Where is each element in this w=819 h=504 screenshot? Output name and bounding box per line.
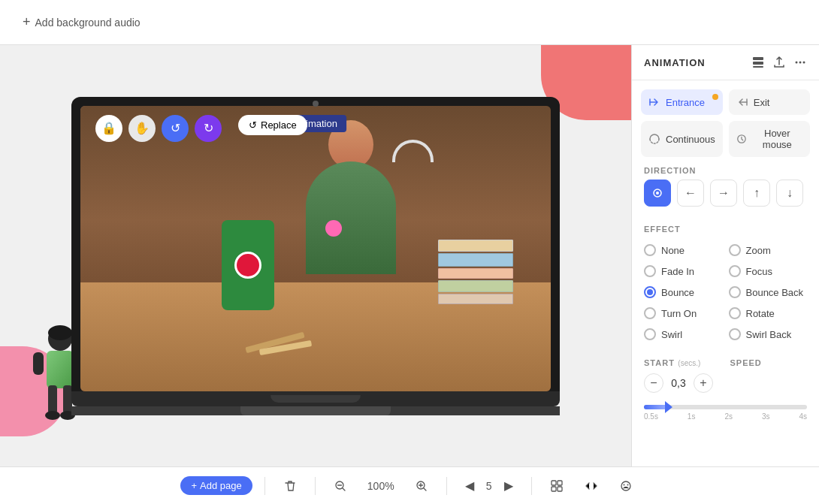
- laptop-screen[interactable]: Animation 🔒 ✋ ↺ ↻ ↺ Replace: [80, 106, 551, 391]
- start-value: 0,3: [668, 377, 689, 389]
- animation-button[interactable]: ↻: [195, 115, 222, 142]
- lock-button[interactable]: 🔒: [95, 115, 122, 142]
- grid-icon: [550, 479, 564, 493]
- effect-rotate-label: Rotate: [746, 308, 775, 319]
- svg-rect-20: [558, 481, 562, 485]
- tick-1: 1s: [688, 412, 696, 421]
- dir-down[interactable]: ↓: [776, 180, 803, 207]
- screen-controls: 🔒 ✋ ↺ ↻: [95, 115, 222, 142]
- speed-label: SPEED: [730, 358, 762, 367]
- radio-focus: [729, 265, 741, 277]
- svg-rect-7: [33, 352, 44, 375]
- panel-title: ANIMATION: [644, 57, 706, 68]
- svg-point-12: [796, 62, 798, 64]
- animation-type-tabs: Entrance Exit Continuous: [632, 80, 819, 157]
- dir-up[interactable]: ↑: [743, 180, 770, 207]
- exit-icon: [736, 96, 748, 108]
- more-button[interactable]: [793, 56, 807, 69]
- more-icon: [793, 56, 807, 69]
- tab-hover[interactable]: Hover mouse: [729, 121, 810, 157]
- direction-buttons: ← → ↑ ↓: [632, 180, 819, 216]
- effect-swirl-back-label: Swirl Back: [746, 329, 792, 340]
- effect-zoom-label: Zoom: [746, 245, 771, 256]
- drag-button[interactable]: ✋: [128, 115, 156, 142]
- grid-view-button[interactable]: [544, 476, 570, 496]
- record-btn: [234, 252, 261, 279]
- active-dot: [712, 94, 718, 100]
- canvas-area[interactable]: Animation 🔒 ✋ ↺ ↻ ↺ Replace: [0, 45, 631, 466]
- radio-bounce: [644, 286, 656, 298]
- start-secs: (secs.): [678, 359, 700, 367]
- start-decrement[interactable]: −: [644, 373, 663, 393]
- radio-swirl: [644, 328, 656, 340]
- code-view-button[interactable]: [579, 476, 604, 496]
- tab-continuous[interactable]: Continuous: [641, 121, 723, 157]
- start-counter: − 0,3 +: [644, 373, 721, 393]
- effect-bounce[interactable]: Bounce: [644, 283, 723, 301]
- delete-button[interactable]: [277, 476, 303, 496]
- effect-rotate[interactable]: Rotate: [729, 304, 808, 322]
- effect-swirl-back[interactable]: Swirl Back: [729, 325, 808, 343]
- svg-rect-21: [552, 487, 556, 491]
- add-page-button[interactable]: + Add page: [180, 476, 252, 495]
- zoom-out-icon: [334, 479, 347, 493]
- export-button[interactable]: [772, 56, 786, 69]
- trash-icon: [283, 479, 297, 493]
- svg-rect-11: [753, 66, 763, 68]
- effect-fade-in[interactable]: Fade In: [644, 262, 723, 280]
- svg-rect-10: [753, 62, 763, 65]
- bottom-toolbar: + Add page 100% ◀ 5 ▶: [0, 466, 819, 504]
- color-button[interactable]: [613, 476, 639, 496]
- effect-bounce-back[interactable]: Bounce Back: [729, 283, 808, 301]
- prev-page-button[interactable]: ◀: [459, 475, 480, 496]
- laptop-camera: [313, 101, 319, 107]
- dir-right[interactable]: →: [710, 180, 737, 207]
- radio-zoom: [729, 244, 741, 256]
- effect-zoom[interactable]: Zoom: [729, 241, 808, 259]
- add-audio-button[interactable]: + Add background audio: [15, 10, 148, 35]
- zoom-out-button[interactable]: [328, 476, 353, 496]
- replace-button[interactable]: ↺ Replace: [238, 115, 307, 135]
- radio-rotate: [729, 307, 741, 319]
- dir-left[interactable]: ←: [677, 180, 704, 207]
- start-speed-row: START (secs.) − 0,3 + SPEED: [632, 352, 819, 399]
- rotate-button[interactable]: ↺: [162, 115, 189, 142]
- start-increment[interactable]: +: [694, 373, 713, 393]
- next-page-button[interactable]: ▶: [498, 475, 519, 496]
- svg-point-23: [621, 481, 630, 490]
- dir-center[interactable]: [644, 180, 671, 207]
- center-icon: [651, 187, 663, 199]
- separator-3: [446, 477, 447, 495]
- export-icon: [772, 56, 786, 69]
- plus-icon: +: [23, 14, 31, 30]
- replace-icon: ↺: [249, 119, 257, 131]
- zoom-in-button[interactable]: [409, 476, 434, 496]
- screen-content: [80, 106, 551, 391]
- page-number: 5: [486, 480, 492, 492]
- zoom-in-icon: [415, 479, 428, 493]
- effect-focus[interactable]: Focus: [729, 262, 808, 280]
- hover-label: Hover mouse: [752, 128, 802, 150]
- effect-none[interactable]: None: [644, 241, 723, 259]
- radio-bounce-fill: [647, 289, 653, 295]
- radio-bounce-back: [729, 286, 741, 298]
- replace-label: Replace: [261, 119, 297, 131]
- effect-turn-on-label: Turn On: [661, 308, 697, 319]
- code-icon: [585, 479, 598, 493]
- layers-button[interactable]: [751, 56, 765, 69]
- laptop-frame: Animation 🔒 ✋ ↺ ↻ ↺ Replace: [71, 97, 560, 391]
- effect-options: None Zoom Fade In Focus Boun: [632, 238, 819, 352]
- tab-exit[interactable]: Exit: [729, 89, 810, 115]
- radio-turn-on: [644, 307, 656, 319]
- effect-turn-on[interactable]: Turn On: [644, 304, 723, 322]
- effect-swirl[interactable]: Swirl: [644, 325, 723, 343]
- svg-rect-3: [48, 385, 57, 414]
- speed-track[interactable]: [644, 405, 807, 409]
- laptop-notch: [270, 395, 361, 403]
- effect-bounce-back-label: Bounce Back: [746, 287, 804, 298]
- add-page-label: Add page: [200, 480, 242, 491]
- tab-entrance[interactable]: Entrance: [641, 89, 723, 115]
- svg-rect-19: [552, 481, 556, 485]
- radio-fade-in: [644, 265, 656, 277]
- effect-swirl-label: Swirl: [661, 329, 682, 340]
